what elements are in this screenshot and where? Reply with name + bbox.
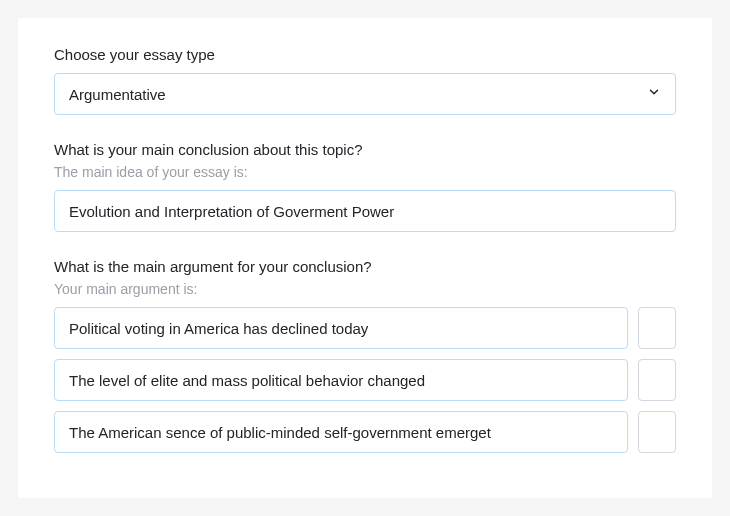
argument-value: The level of elite and mass political be… — [69, 372, 425, 389]
argument-input[interactable]: Political voting in America has declined… — [54, 307, 628, 349]
argument-value: The American sence of public-minded self… — [69, 424, 491, 441]
essay-type-section: Choose your essay type Argumentative — [54, 46, 676, 115]
argument-value: Political voting in America has declined… — [69, 320, 368, 337]
argument-row: The level of elite and mass political be… — [54, 359, 676, 401]
arguments-section: What is the main argument for your concl… — [54, 258, 676, 453]
conclusion-label: What is your main conclusion about this … — [54, 141, 676, 158]
remove-argument-button[interactable] — [638, 359, 676, 401]
form-card: Choose your essay type Argumentative Wha… — [18, 18, 712, 498]
remove-argument-button[interactable] — [638, 307, 676, 349]
conclusion-input[interactable]: Evolution and Interpretation of Govermen… — [54, 190, 676, 232]
argument-input[interactable]: The level of elite and mass political be… — [54, 359, 628, 401]
arguments-label: What is the main argument for your concl… — [54, 258, 676, 275]
argument-input[interactable]: The American sence of public-minded self… — [54, 411, 628, 453]
conclusion-sublabel: The main idea of your essay is: — [54, 164, 676, 180]
arguments-sublabel: Your main argument is: — [54, 281, 676, 297]
conclusion-value: Evolution and Interpretation of Govermen… — [69, 203, 394, 220]
remove-argument-button[interactable] — [638, 411, 676, 453]
chevron-down-icon — [647, 85, 661, 103]
argument-row: The American sence of public-minded self… — [54, 411, 676, 453]
essay-type-select[interactable]: Argumentative — [54, 73, 676, 115]
essay-type-value: Argumentative — [69, 86, 647, 103]
argument-row: Political voting in America has declined… — [54, 307, 676, 349]
essay-type-label: Choose your essay type — [54, 46, 676, 63]
conclusion-section: What is your main conclusion about this … — [54, 141, 676, 232]
